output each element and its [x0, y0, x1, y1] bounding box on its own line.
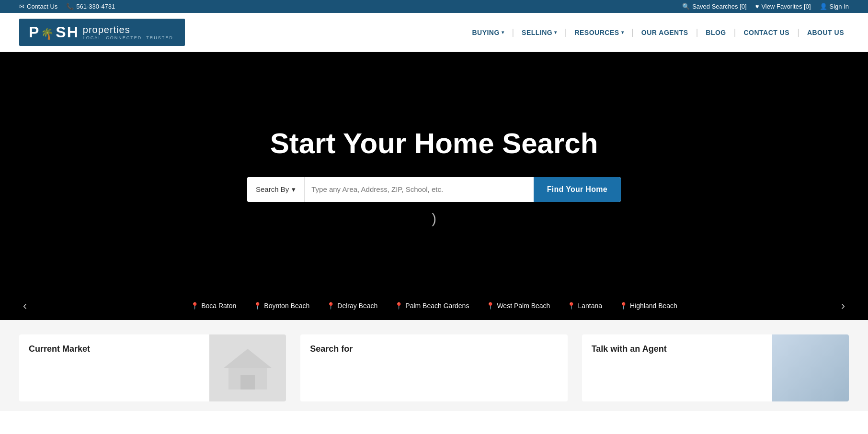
pin-icon: 📍 — [395, 302, 403, 310]
nav-selling[interactable]: SELLING ▾ — [517, 26, 562, 39]
location-highland-beach[interactable]: 📍 Highland Beach — [619, 302, 677, 310]
envelope-icon: ✉ — [19, 3, 24, 10]
nav-separator-3: | — [631, 27, 634, 37]
house-illustration — [219, 344, 276, 392]
chevron-down-icon: ▾ — [554, 30, 557, 35]
heart-icon: ♥ — [755, 3, 759, 10]
location-delray-beach[interactable]: 📍 Delray Beach — [327, 302, 377, 310]
location-prev-button[interactable]: ‹ — [19, 299, 31, 312]
loading-indicator: ) — [432, 211, 436, 227]
location-strip: ‹ 📍 Boca Raton 📍 Boynton Beach 📍 Delray … — [0, 291, 868, 320]
pin-icon: 📍 — [486, 302, 494, 310]
chevron-down-icon: ▾ — [292, 185, 296, 194]
palm-icon: 🌴 — [41, 28, 55, 40]
current-market-image — [209, 334, 286, 401]
location-boca-raton[interactable]: 📍 Boca Raton — [191, 302, 236, 310]
hero-title: Start Your Home Search — [270, 127, 598, 160]
saved-searches-label: Saved Searches [0] — [692, 3, 747, 10]
sign-in-label: Sign In — [830, 3, 849, 10]
logo-posh-text: P🌴SH — [29, 23, 79, 41]
contact-us-link[interactable]: ✉ Contact Us — [19, 3, 57, 10]
chevron-down-icon: ▾ — [502, 30, 504, 35]
nav-contact-us[interactable]: CONTACT US — [739, 26, 794, 39]
agent-image — [772, 334, 849, 401]
saved-searches-link[interactable]: 🔍 Saved Searches [0] — [682, 3, 747, 10]
user-icon: 👤 — [820, 3, 827, 10]
nav-separator-4: | — [696, 27, 698, 37]
top-bar-right: 🔍 Saved Searches [0] ♥ View Favorites [0… — [682, 3, 849, 10]
talk-with-agent-card[interactable]: Talk with an Agent — [582, 334, 849, 401]
nav-about-us[interactable]: ABOUT US — [802, 26, 849, 39]
pin-icon: 📍 — [619, 302, 628, 310]
current-market-card[interactable]: Current Market — [19, 334, 286, 401]
nav-our-agents[interactable]: OUR AGENTS — [637, 26, 693, 39]
svg-rect-2 — [240, 375, 255, 389]
top-bar: ✉ Contact Us 📞 561-330-4731 🔍 Saved Sear… — [0, 0, 868, 13]
logo-properties: properties LOCAL. CONNECTED. TRUSTED. — [83, 24, 175, 40]
search-for-text: Search for — [300, 334, 567, 401]
hero-section: Start Your Home Search Search By ▾ Find … — [0, 52, 868, 320]
svg-marker-0 — [224, 349, 272, 368]
pin-icon: 📍 — [567, 302, 575, 310]
logo[interactable]: P🌴SH properties LOCAL. CONNECTED. TRUSTE… — [19, 19, 185, 46]
location-palm-beach-gardens[interactable]: 📍 Palm Beach Gardens — [395, 302, 469, 310]
location-boynton-beach[interactable]: 📍 Boynton Beach — [253, 302, 309, 310]
current-market-text: Current Market — [19, 334, 209, 401]
nav-separator-1: | — [512, 27, 514, 37]
phone-icon: 📞 — [66, 3, 74, 10]
talk-with-agent-title: Talk with an Agent — [592, 344, 763, 354]
sign-in-link[interactable]: 👤 Sign In — [820, 3, 849, 10]
search-for-card[interactable]: Search for — [300, 334, 567, 401]
location-lantana[interactable]: 📍 Lantana — [567, 302, 602, 310]
nav-separator-5: | — [734, 27, 736, 37]
talk-with-agent-text: Talk with an Agent — [582, 334, 772, 401]
search-icon: 🔍 — [682, 3, 690, 10]
search-input[interactable] — [305, 177, 534, 202]
nav-separator-2: | — [565, 27, 567, 37]
phone-number: 561-330-4731 — [76, 3, 115, 10]
current-market-title: Current Market — [29, 344, 200, 354]
navbar: P🌴SH properties LOCAL. CONNECTED. TRUSTE… — [0, 13, 868, 52]
search-by-button[interactable]: Search By ▾ — [247, 177, 305, 202]
view-favorites-link[interactable]: ♥ View Favorites [0] — [755, 3, 811, 10]
logo-properties-main: properties — [83, 24, 175, 35]
chevron-down-icon: ▾ — [621, 30, 624, 35]
search-for-title: Search for — [310, 344, 558, 354]
bottom-section: Current Market Search for Talk with an A… — [0, 320, 868, 411]
nav-separator-6: | — [797, 27, 799, 37]
find-home-button[interactable]: Find Your Home — [534, 177, 621, 202]
nav-blog[interactable]: BLOG — [701, 26, 731, 39]
logo-tagline: LOCAL. CONNECTED. TRUSTED. — [83, 35, 175, 40]
pin-icon: 📍 — [253, 302, 262, 310]
view-favorites-label: View Favorites [0] — [761, 3, 811, 10]
phone-link[interactable]: 📞 561-330-4731 — [66, 3, 115, 10]
nav-buying[interactable]: BUYING ▾ — [467, 26, 509, 39]
search-by-label: Search By — [256, 185, 289, 193]
location-next-button[interactable]: › — [837, 299, 849, 312]
agent-photo — [772, 334, 849, 401]
pin-icon: 📍 — [191, 302, 199, 310]
top-bar-left: ✉ Contact Us 📞 561-330-4731 — [19, 3, 115, 10]
pin-icon: 📍 — [327, 302, 335, 310]
location-west-palm-beach[interactable]: 📍 West Palm Beach — [486, 302, 550, 310]
nav-resources[interactable]: RESOURCES ▾ — [570, 26, 628, 39]
contact-us-label: Contact Us — [27, 3, 57, 10]
location-list: 📍 Boca Raton 📍 Boynton Beach 📍 Delray Be… — [31, 302, 837, 310]
search-bar: Search By ▾ Find Your Home — [247, 177, 621, 202]
nav-links: BUYING ▾ | SELLING ▾ | RESOURCES ▾ | OUR… — [467, 26, 849, 39]
